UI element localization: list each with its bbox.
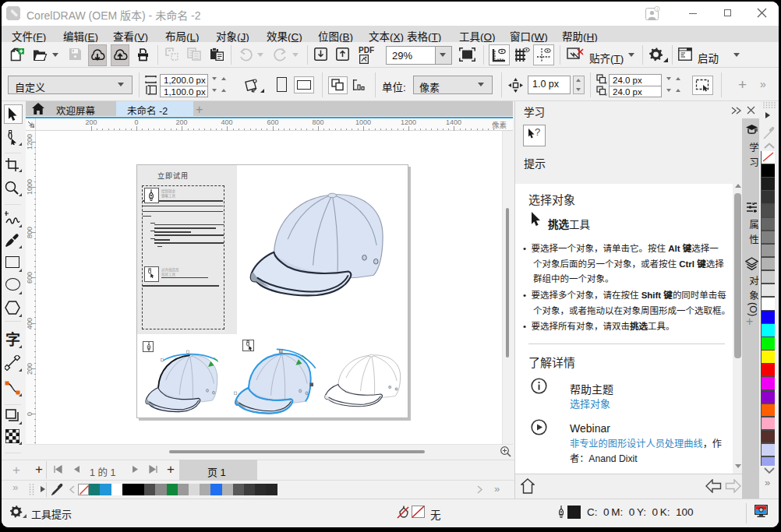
svg-text:x: x [605, 80, 607, 85]
svg-text:i: i [656, 7, 657, 12]
svg-text:?: ? [535, 128, 540, 138]
svg-text:y: y [605, 92, 607, 97]
